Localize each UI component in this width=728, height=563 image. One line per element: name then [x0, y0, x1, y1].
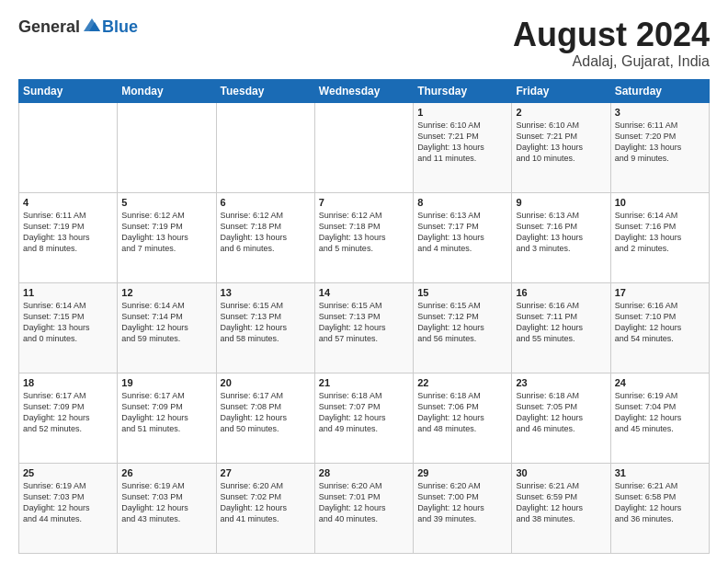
calendar-cell: 25Sunrise: 6:19 AM Sunset: 7:03 PM Dayli…	[19, 463, 118, 553]
day-info: Sunrise: 6:19 AM Sunset: 7:03 PM Dayligh…	[23, 480, 113, 525]
day-number: 24	[615, 377, 705, 388]
day-info: Sunrise: 6:19 AM Sunset: 7:04 PM Dayligh…	[615, 390, 705, 435]
calendar-cell	[19, 102, 118, 192]
calendar-cell: 12Sunrise: 6:14 AM Sunset: 7:14 PM Dayli…	[118, 282, 216, 373]
logo-general-text: General	[18, 17, 80, 37]
day-number: 20	[221, 377, 311, 388]
day-number: 28	[319, 467, 409, 478]
calendar-cell: 9Sunrise: 6:13 AM Sunset: 7:16 PM Daylig…	[512, 192, 610, 282]
day-info: Sunrise: 6:19 AM Sunset: 7:03 PM Dayligh…	[121, 480, 211, 525]
calendar-cell: 28Sunrise: 6:20 AM Sunset: 7:01 PM Dayli…	[314, 463, 413, 553]
day-info: Sunrise: 6:12 AM Sunset: 7:18 PM Dayligh…	[319, 210, 409, 255]
calendar-cell: 23Sunrise: 6:18 AM Sunset: 7:05 PM Dayli…	[512, 373, 610, 463]
day-info: Sunrise: 6:20 AM Sunset: 7:02 PM Dayligh…	[221, 480, 311, 525]
day-number: 23	[516, 377, 606, 388]
calendar-week-row: 25Sunrise: 6:19 AM Sunset: 7:03 PM Dayli…	[19, 463, 710, 553]
day-number: 25	[23, 467, 113, 478]
calendar-header-row: SundayMondayTuesdayWednesdayThursdayFrid…	[19, 79, 710, 102]
day-number: 3	[615, 107, 705, 118]
logo-blue-text: Blue	[102, 17, 138, 37]
day-number: 2	[516, 107, 606, 118]
calendar-week-row: 18Sunrise: 6:17 AM Sunset: 7:09 PM Dayli…	[19, 373, 710, 463]
day-number: 30	[516, 467, 606, 478]
page: General Blue August 2024 Adalaj, Gujarat…	[0, 0, 728, 563]
day-number: 5	[121, 197, 211, 208]
day-number: 17	[615, 287, 705, 298]
day-info: Sunrise: 6:18 AM Sunset: 7:06 PM Dayligh…	[417, 390, 507, 435]
day-number: 31	[615, 467, 705, 478]
calendar-week-row: 11Sunrise: 6:14 AM Sunset: 7:15 PM Dayli…	[19, 282, 710, 373]
calendar-cell: 19Sunrise: 6:17 AM Sunset: 7:09 PM Dayli…	[118, 373, 216, 463]
day-number: 14	[319, 287, 409, 298]
day-number: 19	[121, 377, 211, 388]
day-info: Sunrise: 6:13 AM Sunset: 7:16 PM Dayligh…	[516, 210, 606, 255]
calendar-cell	[118, 102, 216, 192]
main-title: August 2024	[513, 17, 710, 53]
calendar-cell: 27Sunrise: 6:20 AM Sunset: 7:02 PM Dayli…	[216, 463, 314, 553]
day-info: Sunrise: 6:10 AM Sunset: 7:21 PM Dayligh…	[417, 120, 507, 165]
calendar-day-header: Saturday	[610, 79, 709, 102]
subtitle: Adalaj, Gujarat, India	[513, 53, 710, 70]
calendar-cell: 1Sunrise: 6:10 AM Sunset: 7:21 PM Daylig…	[414, 102, 512, 192]
calendar-cell: 6Sunrise: 6:12 AM Sunset: 7:18 PM Daylig…	[216, 192, 314, 282]
day-info: Sunrise: 6:11 AM Sunset: 7:20 PM Dayligh…	[615, 120, 705, 165]
day-info: Sunrise: 6:15 AM Sunset: 7:13 PM Dayligh…	[319, 300, 409, 345]
day-info: Sunrise: 6:14 AM Sunset: 7:14 PM Dayligh…	[121, 300, 211, 345]
calendar-cell	[216, 102, 314, 192]
day-number: 21	[319, 377, 409, 388]
day-info: Sunrise: 6:17 AM Sunset: 7:08 PM Dayligh…	[221, 390, 311, 435]
day-info: Sunrise: 6:17 AM Sunset: 7:09 PM Dayligh…	[121, 390, 211, 435]
day-info: Sunrise: 6:20 AM Sunset: 7:01 PM Dayligh…	[319, 480, 409, 525]
calendar-cell: 26Sunrise: 6:19 AM Sunset: 7:03 PM Dayli…	[118, 463, 216, 553]
day-number: 15	[417, 287, 507, 298]
day-number: 9	[516, 197, 606, 208]
calendar-cell: 10Sunrise: 6:14 AM Sunset: 7:16 PM Dayli…	[610, 192, 709, 282]
logo: General Blue	[18, 17, 138, 37]
day-info: Sunrise: 6:10 AM Sunset: 7:21 PM Dayligh…	[516, 120, 606, 165]
calendar-cell: 3Sunrise: 6:11 AM Sunset: 7:20 PM Daylig…	[610, 102, 709, 192]
calendar-cell: 21Sunrise: 6:18 AM Sunset: 7:07 PM Dayli…	[314, 373, 413, 463]
calendar-cell: 22Sunrise: 6:18 AM Sunset: 7:06 PM Dayli…	[414, 373, 512, 463]
calendar-cell: 5Sunrise: 6:12 AM Sunset: 7:19 PM Daylig…	[118, 192, 216, 282]
calendar-cell: 24Sunrise: 6:19 AM Sunset: 7:04 PM Dayli…	[610, 373, 709, 463]
day-info: Sunrise: 6:16 AM Sunset: 7:11 PM Dayligh…	[516, 300, 606, 345]
calendar-cell: 16Sunrise: 6:16 AM Sunset: 7:11 PM Dayli…	[512, 282, 610, 373]
day-number: 27	[221, 467, 311, 478]
day-number: 6	[221, 197, 311, 208]
day-info: Sunrise: 6:11 AM Sunset: 7:19 PM Dayligh…	[23, 210, 113, 255]
day-info: Sunrise: 6:14 AM Sunset: 7:16 PM Dayligh…	[615, 210, 705, 255]
calendar-cell: 2Sunrise: 6:10 AM Sunset: 7:21 PM Daylig…	[512, 102, 610, 192]
calendar-cell: 18Sunrise: 6:17 AM Sunset: 7:09 PM Dayli…	[19, 373, 118, 463]
calendar-cell: 31Sunrise: 6:21 AM Sunset: 6:58 PM Dayli…	[610, 463, 709, 553]
day-number: 13	[221, 287, 311, 298]
calendar-cell: 11Sunrise: 6:14 AM Sunset: 7:15 PM Dayli…	[19, 282, 118, 373]
calendar-cell: 15Sunrise: 6:15 AM Sunset: 7:12 PM Dayli…	[414, 282, 512, 373]
day-info: Sunrise: 6:12 AM Sunset: 7:18 PM Dayligh…	[221, 210, 311, 255]
day-number: 8	[417, 197, 507, 208]
calendar-table: SundayMondayTuesdayWednesdayThursdayFrid…	[18, 79, 710, 554]
calendar-cell: 8Sunrise: 6:13 AM Sunset: 7:17 PM Daylig…	[414, 192, 512, 282]
day-number: 16	[516, 287, 606, 298]
day-info: Sunrise: 6:18 AM Sunset: 7:07 PM Dayligh…	[319, 390, 409, 435]
day-info: Sunrise: 6:18 AM Sunset: 7:05 PM Dayligh…	[516, 390, 606, 435]
header: General Blue August 2024 Adalaj, Gujarat…	[18, 17, 710, 70]
calendar-day-header: Tuesday	[216, 79, 314, 102]
calendar-day-header: Wednesday	[314, 79, 413, 102]
day-number: 12	[121, 287, 211, 298]
day-info: Sunrise: 6:13 AM Sunset: 7:17 PM Dayligh…	[417, 210, 507, 255]
calendar-cell: 7Sunrise: 6:12 AM Sunset: 7:18 PM Daylig…	[314, 192, 413, 282]
day-number: 1	[417, 107, 507, 118]
logo-icon	[82, 15, 102, 35]
day-number: 26	[121, 467, 211, 478]
calendar-week-row: 4Sunrise: 6:11 AM Sunset: 7:19 PM Daylig…	[19, 192, 710, 282]
day-info: Sunrise: 6:15 AM Sunset: 7:12 PM Dayligh…	[417, 300, 507, 345]
calendar-cell: 4Sunrise: 6:11 AM Sunset: 7:19 PM Daylig…	[19, 192, 118, 282]
calendar-cell: 14Sunrise: 6:15 AM Sunset: 7:13 PM Dayli…	[314, 282, 413, 373]
calendar-day-header: Monday	[118, 79, 216, 102]
day-info: Sunrise: 6:20 AM Sunset: 7:00 PM Dayligh…	[417, 480, 507, 525]
day-info: Sunrise: 6:21 AM Sunset: 6:59 PM Dayligh…	[516, 480, 606, 525]
day-number: 10	[615, 197, 705, 208]
title-block: August 2024 Adalaj, Gujarat, India	[513, 17, 710, 70]
calendar-cell	[314, 102, 413, 192]
calendar-day-header: Thursday	[414, 79, 512, 102]
